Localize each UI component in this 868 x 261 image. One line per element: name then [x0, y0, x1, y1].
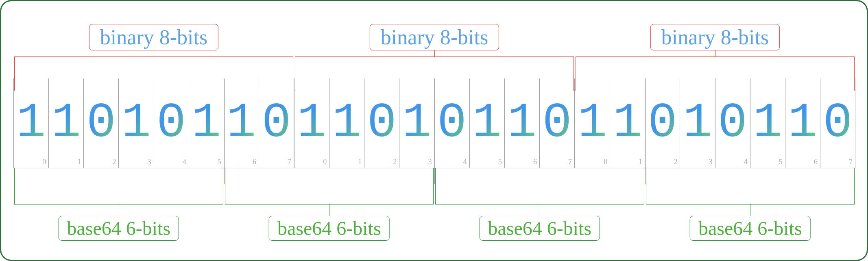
- bit-digit: 1: [578, 99, 607, 148]
- bit-index: 5: [779, 158, 783, 166]
- base64-bracket-lines: [14, 168, 223, 204]
- bit-index: 5: [498, 158, 502, 166]
- binary-bracket-1: binary 8-bits: [294, 26, 575, 78]
- bit-digit: 1: [402, 99, 432, 148]
- bit-digit: 1: [122, 99, 151, 148]
- bit-index: 3: [148, 158, 151, 166]
- bit-index: 7: [568, 158, 572, 166]
- bit-digit: 1: [507, 99, 537, 148]
- base64-bracket-lines: [225, 168, 434, 204]
- base64-bracket-0: base64 6-bits: [13, 168, 224, 245]
- bit-cell: 15: [189, 78, 224, 168]
- bit-index: 6: [533, 158, 537, 166]
- base64-bracket-stem: [750, 204, 750, 216]
- bit-index: 2: [674, 158, 677, 166]
- bit-index: 2: [393, 158, 397, 166]
- byte-group-2: 10 11 02 13 04 15 16 07: [575, 78, 855, 168]
- bit-index: 3: [709, 158, 713, 166]
- bit-cell: 07: [820, 78, 855, 168]
- bit-cell: 15: [469, 78, 504, 168]
- bit-cell: 16: [785, 78, 820, 168]
- bit-index: 6: [814, 158, 818, 166]
- base64-label: base64 6-bits: [269, 216, 390, 241]
- binary-label: binary 8-bits: [650, 24, 780, 50]
- bit-digit: 0: [367, 99, 397, 148]
- bit-digit: 1: [332, 99, 362, 148]
- bit-cell: 16: [504, 78, 539, 168]
- bit-index: 2: [112, 158, 116, 166]
- bit-cell: 07: [539, 78, 575, 168]
- base64-bracket-lines: [435, 168, 644, 204]
- diagram-inner: binary 8-bits binary 8-bits binary 8-bit…: [13, 13, 855, 248]
- bit-cell: 15: [750, 78, 785, 168]
- bit-cell: 11: [329, 78, 364, 168]
- base64-label: base64 6-bits: [479, 216, 600, 241]
- bit-index: 6: [253, 158, 256, 166]
- base64-bracket-1: base64 6-bits: [224, 168, 435, 245]
- base64-bracket-stem: [329, 204, 329, 216]
- bit-digit: 1: [472, 99, 502, 148]
- bit-digit: 0: [87, 99, 116, 148]
- bit-cell: 02: [83, 78, 118, 168]
- binary-label: binary 8-bits: [370, 24, 499, 50]
- binary-bracket-2: binary 8-bits: [575, 26, 855, 78]
- binary-bracket-0: binary 8-bits: [13, 26, 294, 78]
- bit-index: 0: [42, 158, 46, 166]
- bit-index: 1: [77, 158, 81, 166]
- binary-label: binary 8-bits: [89, 24, 218, 50]
- bit-cell: 10: [575, 78, 610, 168]
- bit-cell: 16: [224, 78, 259, 168]
- bit-cell: 04: [154, 78, 189, 168]
- bit-index: 1: [639, 158, 642, 166]
- bit-digit: 1: [17, 99, 46, 148]
- bit-digit: 0: [823, 99, 852, 148]
- bit-index: 7: [288, 158, 291, 166]
- base64-bracket-stem: [540, 204, 540, 216]
- bit-cell: 11: [48, 78, 83, 168]
- bit-index: 0: [604, 158, 607, 166]
- bit-digit: 1: [52, 99, 81, 148]
- bit-index: 0: [323, 158, 327, 166]
- bit-digit: 0: [437, 99, 467, 148]
- bit-cell: 04: [434, 78, 469, 168]
- bit-cell: 11: [610, 78, 645, 168]
- base64-bracket-stem: [119, 204, 119, 216]
- base64-bracket-2: base64 6-bits: [434, 168, 645, 245]
- binary-brackets-row: binary 8-bits binary 8-bits binary 8-bit…: [13, 26, 855, 78]
- bit-digit: 0: [157, 99, 186, 148]
- bit-cell: 10: [294, 78, 329, 168]
- bit-digit: 0: [648, 99, 677, 148]
- bit-digit: 0: [262, 99, 291, 148]
- bit-cell: 13: [118, 78, 153, 168]
- bit-index: 4: [183, 158, 186, 166]
- bit-digit: 1: [683, 99, 712, 148]
- base64-label: base64 6-bits: [690, 216, 811, 241]
- bit-digit: 0: [542, 99, 571, 148]
- bit-index: 3: [428, 158, 432, 166]
- byte-group-0: 10 11 02 13 04 15 16 07: [13, 78, 294, 168]
- base64-label: base64 6-bits: [58, 216, 179, 241]
- base64-brackets-row: base64 6-bits base64 6-bits base64 6-bit…: [13, 168, 855, 245]
- bit-digit: 1: [297, 99, 327, 148]
- bit-cell: 13: [399, 78, 434, 168]
- bit-digit: 1: [753, 99, 782, 148]
- bit-cell: 04: [715, 78, 750, 168]
- bit-cell: 07: [259, 78, 294, 168]
- bit-cell: 02: [645, 78, 680, 168]
- bit-cell: 13: [680, 78, 715, 168]
- bit-digit: 1: [192, 99, 221, 148]
- bit-digit: 0: [718, 99, 747, 148]
- bit-index: 4: [463, 158, 467, 166]
- bit-cell: 10: [13, 78, 48, 168]
- bit-index: 1: [358, 158, 362, 166]
- base64-bracket-3: base64 6-bits: [645, 168, 856, 245]
- bit-cell: 02: [364, 78, 399, 168]
- diagram-frame: binary 8-bits binary 8-bits binary 8-bit…: [0, 0, 868, 261]
- bit-index: 4: [744, 158, 748, 166]
- bit-digit: 1: [227, 99, 256, 148]
- base64-bracket-lines: [646, 168, 855, 204]
- bit-digit: 1: [613, 99, 642, 148]
- bit-index: 7: [849, 158, 853, 166]
- bit-index: 5: [218, 158, 221, 166]
- bit-digit: 1: [788, 99, 817, 148]
